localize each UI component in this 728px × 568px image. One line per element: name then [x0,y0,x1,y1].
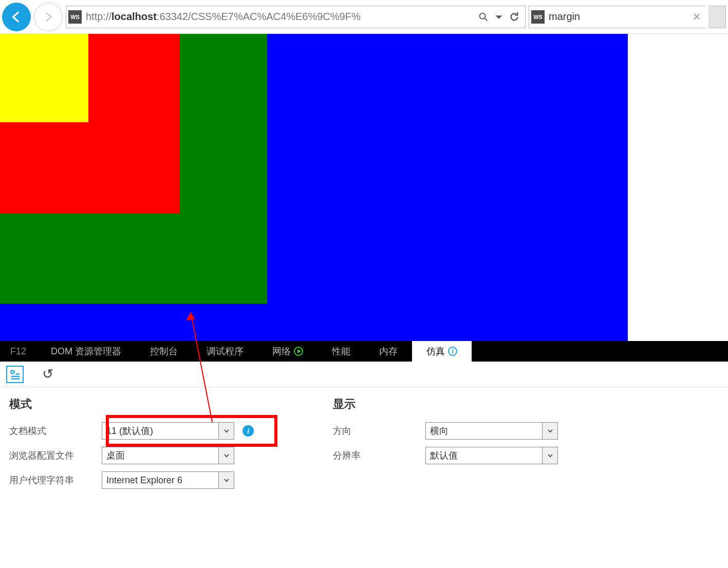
refresh-icon[interactable] [509,11,520,23]
resolution-label: 分辨率 [333,449,425,462]
tab-performance[interactable]: 性能 [318,341,365,362]
orientation-label: 方向 [333,425,425,437]
address-bar[interactable]: WS http://localhost:63342/CSS%E7%AC%AC4%… [66,6,526,28]
tab-network[interactable]: 网络 [258,341,318,362]
search-icon[interactable] [478,11,489,23]
ws-badge-icon: WS [531,10,545,24]
chevron-down-icon [218,472,234,488]
doc-mode-select[interactable]: 11 (默认值) [102,422,234,440]
tab-console[interactable]: 控制台 [136,341,192,362]
tab-debugger[interactable]: 调试程序 [192,341,258,362]
devtools-tabs: F12 DOM 资源管理器 控制台 调试程序 网络 性能 内存 仿真 i [0,341,728,362]
info-icon: i [448,347,457,356]
chevron-down-icon [218,447,234,464]
gear-list-icon [9,369,21,380]
tab-title: margin [549,11,688,23]
yellow-box [0,34,88,122]
svg-rect-5 [11,375,20,376]
browser-profile-row: 浏览器配置文件 桌面 [9,447,333,464]
chevron-down-icon [218,423,234,439]
resolution-row: 分辨率 默认值 [333,447,657,464]
svg-rect-7 [16,373,20,374]
mode-column: 模式 文档模式 11 (默认值) i 浏览器配置文件 桌面 用户代理字符串 In… [9,396,333,496]
orientation-row: 方向 横向 [333,422,657,440]
close-icon[interactable]: × [688,9,705,25]
chevron-down-icon[interactable] [493,11,505,23]
forward-arrow-icon [42,10,55,24]
forward-button[interactable] [34,3,63,31]
undo-icon: ↻ [42,366,53,382]
new-tab-button[interactable] [708,6,726,28]
ws-badge-icon: WS [68,10,82,24]
tab-memory[interactable]: 内存 [365,341,412,362]
svg-point-3 [11,370,14,373]
tab-emulation[interactable]: 仿真 i [412,341,472,362]
resolution-select[interactable]: 默认值 [425,447,558,464]
svg-rect-6 [11,378,20,379]
ua-select[interactable]: Internet Explorer 6 [102,471,234,489]
display-heading: 显示 [333,396,657,412]
undo-button[interactable]: ↻ [39,366,57,383]
play-icon [294,347,303,356]
info-icon[interactable]: i [242,425,254,437]
back-button[interactable] [2,3,31,31]
mode-heading: 模式 [9,396,333,412]
browser-profile-select[interactable]: 桌面 [102,447,234,464]
tab-dom-explorer[interactable]: DOM 资源管理器 [36,341,136,362]
chevron-down-icon [542,447,557,464]
back-arrow-icon [10,10,23,24]
tab[interactable]: WS margin × [529,6,705,28]
emulation-panel: 模式 文档模式 11 (默认值) i 浏览器配置文件 桌面 用户代理字符串 In… [0,387,728,507]
f12-label: F12 [0,341,36,362]
orientation-select[interactable]: 横向 [425,422,558,440]
devtools-toolbar: ↻ [0,362,728,387]
ua-row: 用户代理字符串 Internet Explorer 6 [9,471,333,489]
ua-label: 用户代理字符串 [9,474,102,486]
browser-profile-label: 浏览器配置文件 [9,449,102,462]
doc-mode-label: 文档模式 [9,425,102,437]
doc-mode-row: 文档模式 11 (默认值) i [9,422,333,440]
browser-toolbar: WS http://localhost:63342/CSS%E7%AC%AC4%… [0,0,728,34]
page-content [0,34,728,341]
url-text: http://localhost:63342/CSS%E7%AC%AC4%E6%… [84,11,473,23]
address-controls [473,11,525,23]
svg-point-0 [480,13,486,18]
display-column: 显示 方向 横向 分辨率 默认值 [333,396,657,496]
chevron-down-icon [542,423,557,439]
settings-button[interactable] [6,366,24,383]
